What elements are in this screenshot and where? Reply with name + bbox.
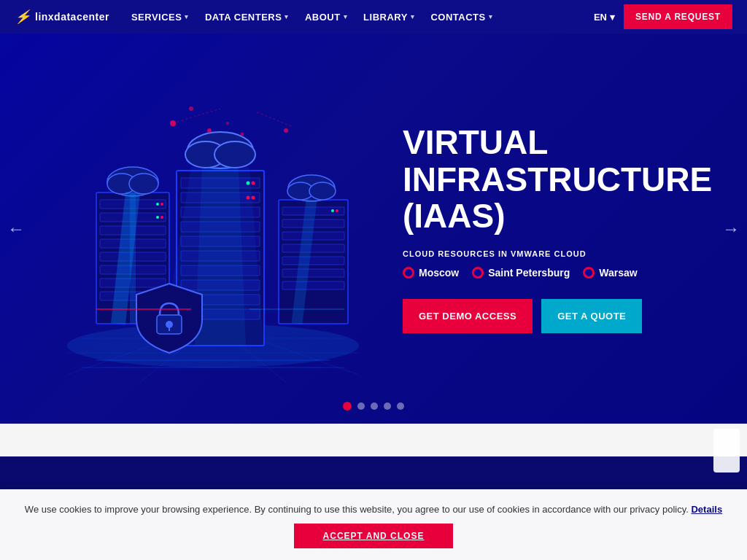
svg-point-19 [160,216,163,219]
slide-dots [343,402,404,411]
chevron-down-icon: ▾ [344,13,348,20]
svg-line-70 [257,112,293,127]
svg-rect-56 [282,281,344,289]
hero-buttons: GET DEMO ACCESS GET A QUOTE [403,299,712,333]
svg-rect-54 [282,257,344,265]
cookie-details-link[interactable]: Details [691,504,722,515]
send-request-button[interactable]: SEND A REQUEST [624,4,732,29]
hero-locations: Moscow Saint Petersburg Warsaw [403,267,712,279]
svg-rect-55 [282,269,344,277]
nav-item-about[interactable]: ABOUT ▾ [305,12,347,23]
hero-content: VIRTUAL INFRASTRUCTURE (IAAS) CLOUD RESO… [388,124,712,333]
svg-point-20 [156,216,159,219]
hero-title: VIRTUAL INFRASTRUCTURE (IAAS) [403,124,712,235]
slide-dot-2[interactable] [357,402,365,410]
location-moscow: Moscow [403,267,459,279]
svg-point-68 [284,128,288,133]
scroll-hint [713,429,740,472]
svg-point-43 [214,141,255,168]
language-selector[interactable]: EN ▾ [594,12,615,23]
logo[interactable]: ⚡ linxdatacenter [15,9,109,25]
nav-right: EN ▾ SEND A REQUEST [594,4,732,29]
chevron-down-icon: ▾ [185,13,189,20]
svg-point-57 [336,209,338,212]
slide-dot-4[interactable] [384,402,391,410]
cookie-accept-button[interactable]: ACCEPT AND CLOSE [294,524,454,548]
hero-subtitle: CLOUD RESOURCES IN VMWARE CLOUD [403,249,712,258]
cookie-text: We use cookies to improve your browsing … [22,502,725,517]
chevron-down-icon: ▾ [610,12,615,23]
location-dot-spb [472,267,484,279]
location-dot-moscow [403,267,414,279]
nav-item-services[interactable]: SERVICES ▾ [131,12,189,23]
slide-dot-3[interactable] [371,402,378,410]
hero-inner: VIRTUAL INFRASTRUCTURE (IAAS) CLOUD RESO… [23,69,724,389]
svg-point-17 [160,203,163,206]
svg-point-18 [156,203,159,206]
logo-icon: ⚡ [15,9,31,25]
get-demo-button[interactable]: GET DEMO ACCESS [403,299,533,333]
nav-item-contacts[interactable]: CONTACTS ▾ [430,12,492,23]
chevron-down-icon: ▾ [489,13,493,20]
svg-point-67 [189,106,193,111]
chevron-down-icon: ▾ [285,13,289,20]
cookie-banner: We use cookies to improve your browsing … [0,489,747,561]
slide-dot-5[interactable] [397,402,404,410]
svg-point-23 [129,174,158,194]
chevron-down-icon: ▾ [411,13,415,20]
svg-rect-53 [282,244,344,252]
navbar: ⚡ linxdatacenter SERVICES ▾ DATA CENTERS… [0,0,747,34]
slide-dot-1[interactable] [343,402,352,411]
next-slide-button[interactable]: → [722,219,740,239]
below-hero [0,424,747,456]
svg-rect-52 [282,232,344,240]
prev-slide-button[interactable]: ← [7,219,25,239]
nav-item-library[interactable]: LIBRARY ▾ [363,12,414,23]
hero-illustration [38,69,388,389]
svg-point-45 [226,122,229,125]
location-dot-warsaw [583,267,595,279]
svg-point-46 [241,132,244,136]
location-warsaw: Warsaw [583,267,637,279]
nav-item-datacenters[interactable]: DATA CENTERS ▾ [205,12,289,23]
svg-line-69 [173,109,220,123]
svg-point-37 [252,181,255,184]
nav-links: SERVICES ▾ DATA CENTERS ▾ ABOUT ▾ LIBRAR… [131,12,572,23]
svg-point-58 [331,209,334,212]
hero-section: ← [0,34,747,424]
svg-point-61 [309,182,336,200]
logo-text: linxdatacenter [35,11,109,23]
location-spb: Saint Petersburg [472,267,570,279]
svg-point-44 [207,128,212,133]
get-quote-button[interactable]: GET A QUOTE [541,299,642,333]
